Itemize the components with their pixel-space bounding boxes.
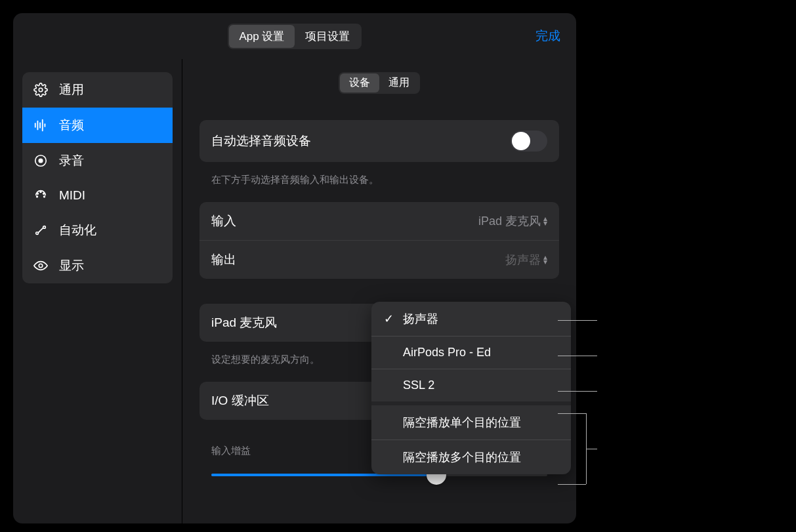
- gear-icon: [33, 82, 49, 98]
- output-value: 扬声器 ▴▾: [505, 252, 547, 268]
- midi-icon: [33, 188, 49, 203]
- sidebar-item-label: 显示: [59, 257, 84, 274]
- callout-line: [586, 449, 597, 449]
- eye-icon: [33, 258, 49, 274]
- settings-modal: App 设置 项目设置 完成 通用 音频: [13, 13, 576, 523]
- dropdown-item-speaker[interactable]: ✓ 扬声器: [371, 302, 571, 336]
- subtab-device[interactable]: 设备: [340, 73, 379, 92]
- modal-header: App 设置 项目设置 完成: [13, 13, 576, 59]
- svg-point-11: [37, 196, 38, 197]
- sidebar-item-audio[interactable]: 音频: [22, 108, 173, 143]
- dropdown-item-airplay-multiple[interactable]: 隔空播放多个目的位置: [371, 440, 571, 474]
- svg-point-15: [39, 264, 43, 268]
- chevron-updown-icon: ▴▾: [543, 255, 547, 264]
- done-button[interactable]: 完成: [535, 28, 560, 45]
- output-label: 输出: [211, 251, 236, 268]
- dropdown-item-label: 隔空播放单个目的位置: [403, 415, 521, 430]
- sidebar-item-recording[interactable]: 录音: [22, 143, 173, 178]
- top-segmented-control: App 设置 项目设置: [228, 24, 362, 49]
- sidebar-item-label: MIDI: [59, 188, 85, 203]
- output-row[interactable]: 输出 扬声器 ▴▾: [199, 240, 559, 279]
- modal-body: 通用 音频 录音: [13, 59, 576, 523]
- sidebar: 通用 音频 录音: [13, 59, 182, 523]
- dropdown-item-airpods[interactable]: AirPods Pro - Ed: [371, 336, 571, 369]
- sidebar-item-label: 通用: [59, 81, 84, 98]
- auto-select-label: 自动选择音频设备: [211, 133, 311, 150]
- callout-line: [558, 413, 586, 414]
- dropdown-item-ssl2[interactable]: SSL 2: [371, 369, 571, 401]
- auto-select-caption: 在下方手动选择音频输入和输出设备。: [199, 169, 559, 202]
- svg-point-13: [36, 232, 39, 235]
- dropdown-item-airplay-single[interactable]: 隔空播放单个目的位置: [371, 401, 571, 440]
- sidebar-item-label: 录音: [59, 152, 84, 169]
- auto-select-toggle[interactable]: [511, 131, 547, 152]
- callout-line: [558, 484, 586, 485]
- svg-point-10: [43, 193, 45, 194]
- svg-point-8: [40, 192, 41, 193]
- output-value-text: 扬声器: [505, 252, 541, 268]
- dropdown-item-label: 扬声器: [403, 311, 438, 327]
- input-value-text: iPad 麦克风: [478, 213, 541, 229]
- output-dropdown: ✓ 扬声器 AirPods Pro - Ed SSL 2 隔空播放单个目的位置: [371, 302, 571, 474]
- subtab-general[interactable]: 通用: [379, 73, 419, 92]
- sub-segmented-control: 设备 通用: [339, 72, 420, 94]
- waveform-icon: [33, 117, 49, 133]
- content-area: 设备 通用 自动选择音频设备 在下方手动选择音频输入和输出设备。 输入 iPad…: [182, 59, 576, 523]
- record-icon: [33, 153, 49, 169]
- tab-app-settings[interactable]: App 设置: [229, 25, 295, 48]
- dropdown-item-label: AirPods Pro - Ed: [403, 346, 491, 359]
- svg-point-14: [43, 226, 46, 229]
- sidebar-item-display[interactable]: 显示: [22, 248, 173, 283]
- chevron-updown-icon: ▴▾: [543, 216, 547, 226]
- callout-line: [558, 320, 597, 321]
- svg-point-0: [39, 88, 43, 92]
- mic-label: iPad 麦克风: [211, 314, 277, 331]
- sidebar-item-automation[interactable]: 自动化: [22, 213, 173, 248]
- svg-point-7: [39, 159, 43, 163]
- input-label: 输入: [211, 213, 236, 230]
- callout-line: [558, 356, 597, 356]
- dropdown-item-label: SSL 2: [403, 379, 434, 392]
- input-row[interactable]: 输入 iPad 麦克风 ▴▾: [199, 202, 559, 240]
- check-icon: ✓: [382, 312, 395, 326]
- auto-select-card: 自动选择音频设备: [199, 120, 559, 162]
- sidebar-item-label: 自动化: [59, 222, 96, 239]
- sidebar-item-midi[interactable]: MIDI: [22, 178, 173, 213]
- callout-line: [558, 391, 597, 392]
- sidebar-item-label: 音频: [59, 117, 84, 134]
- input-value: iPad 麦克风 ▴▾: [478, 213, 547, 229]
- svg-point-12: [44, 196, 45, 197]
- auto-select-row: 自动选择音频设备: [199, 120, 559, 162]
- dropdown-item-label: 隔空播放多个目的位置: [403, 449, 521, 465]
- svg-point-9: [37, 193, 39, 194]
- sidebar-list: 通用 音频 录音: [22, 72, 173, 283]
- buffer-label: I/O 缓冲区: [211, 392, 269, 409]
- tab-project-settings[interactable]: 项目设置: [295, 25, 360, 48]
- io-card: 输入 iPad 麦克风 ▴▾ 输出 扬声器 ▴▾: [199, 202, 559, 279]
- sidebar-item-general[interactable]: 通用: [22, 72, 173, 108]
- automation-icon: [33, 222, 49, 238]
